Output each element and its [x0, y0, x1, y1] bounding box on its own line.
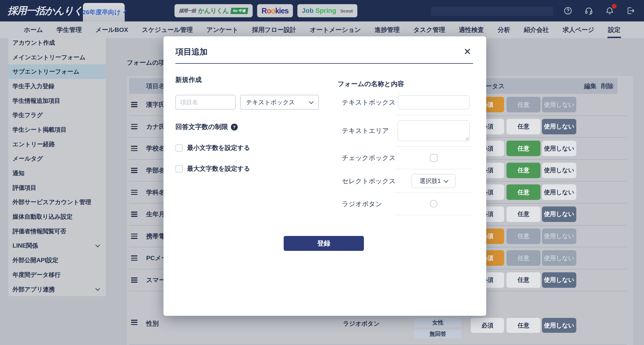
status-unused-button[interactable]: 使用しない	[542, 318, 576, 333]
logout-icon[interactable]	[626, 6, 635, 15]
jobspring-scout-button[interactable]: Job Spring Scout	[297, 4, 357, 17]
sidebar-item-label: 学生フラグ	[13, 111, 43, 119]
drag-handle-icon[interactable]	[131, 212, 138, 218]
row-item-name: 漢字氏	[146, 100, 165, 109]
drag-handle-icon[interactable]	[131, 255, 138, 262]
support-headset-icon[interactable]	[584, 6, 593, 15]
sidebar-item[interactable]: エントリー経路	[8, 137, 106, 152]
nav-item[interactable]: 設定	[608, 26, 620, 34]
sidebar-item[interactable]: 評価項目	[8, 181, 106, 195]
status-unused-button[interactable]: 使用しない	[542, 119, 576, 134]
nav-item[interactable]: 学生管理	[57, 26, 82, 34]
status-optional-button[interactable]: 任意	[506, 141, 540, 156]
sidebar-item[interactable]: 学生フラグ	[8, 108, 106, 122]
status-unused-button[interactable]: 使用しない	[542, 141, 576, 156]
status-optional-button[interactable]: 任意	[506, 318, 540, 333]
status-unused-button[interactable]: 使用しない	[542, 206, 576, 222]
row-item-name: 学部名	[146, 166, 165, 175]
nav-item[interactable]: 求人ページ	[563, 26, 594, 34]
sidebar-item[interactable]: 学生情報追加項目	[8, 94, 106, 108]
sidebar-item[interactable]: 学生シート掲載項目	[8, 122, 106, 137]
nav-item[interactable]: メールBOX	[95, 26, 128, 34]
status-optional-button[interactable]: 任意	[506, 163, 540, 178]
preview-select[interactable]: 選択肢1	[412, 174, 455, 188]
topbar-search-input[interactable]	[431, 7, 553, 16]
nav-item[interactable]: スケジュール管理	[142, 26, 192, 34]
sidebar-item[interactable]: 年度間データ移行	[8, 268, 106, 282]
new-section-title: 新規作成	[175, 75, 202, 84]
sidebar-list: アカウント作成メインエントリーフォームサブエントリーフォーム学生手入力登録学生情…	[8, 38, 106, 296]
sidebar-item[interactable]: 通知	[8, 166, 106, 181]
status-required-button[interactable]: 必須	[471, 318, 504, 333]
status-unused-button[interactable]: 使用しない	[542, 163, 576, 178]
sidebar-item-label: 媒体自動取り込み設定	[13, 213, 72, 221]
sidebar-item[interactable]: サブエントリーフォーム	[8, 64, 106, 79]
drag-handle-icon[interactable]	[131, 320, 138, 326]
preview-checkbox[interactable]	[430, 154, 438, 162]
sidebar-item[interactable]: 外部公開API設定	[8, 253, 106, 268]
sidebar-item[interactable]: LINE関係	[8, 239, 106, 253]
status-optional-button[interactable]: 任意	[506, 184, 540, 200]
status-optional-button[interactable]: 任意	[506, 229, 540, 244]
sidebar-item-label: アカウント作成	[13, 39, 55, 47]
drag-handle-icon[interactable]	[131, 168, 138, 174]
submit-button[interactable]: 登録	[284, 236, 364, 251]
sidebar-item[interactable]: 評価者情報閲覧可否	[8, 224, 106, 239]
preview-label: ラジオボタン	[342, 200, 382, 209]
status-optional-button[interactable]: 任意	[506, 119, 540, 134]
preview-textarea[interactable]	[398, 120, 470, 141]
choice-chip[interactable]: 女性	[415, 318, 461, 327]
drag-handle-icon[interactable]	[131, 146, 138, 152]
status-optional-button[interactable]: 任意	[506, 250, 540, 266]
sidebar-item[interactable]: メインエントリーフォーム	[8, 50, 106, 65]
sidebar-item-label: 外部公開API設定	[13, 256, 58, 264]
chevron-down-icon	[444, 178, 448, 183]
sidebar-item[interactable]: アカウント作成	[8, 38, 106, 50]
status-optional-button[interactable]: 任意	[506, 206, 540, 222]
preview-text-input[interactable]	[398, 95, 470, 109]
year-selector-tab[interactable]: 26年度卒向け	[83, 3, 125, 21]
preview-row-select: セレクトボックス 選択肢1	[163, 169, 486, 193]
nav-item[interactable]: アンケート	[206, 26, 238, 34]
nav-item[interactable]: ホーム	[24, 26, 43, 34]
status-optional-button[interactable]: 任意	[506, 97, 540, 112]
chevron-down-icon	[95, 243, 100, 248]
sidebar-item[interactable]: 学生手入力登録	[8, 79, 106, 94]
drag-handle-icon[interactable]	[131, 124, 138, 130]
drag-handle-icon[interactable]	[131, 102, 138, 108]
status-optional-button[interactable]: 任意	[506, 272, 540, 288]
drag-handle-icon[interactable]	[131, 234, 138, 240]
nav-item[interactable]: 分析	[498, 26, 510, 34]
jobspring-scout: Scout	[340, 8, 353, 13]
status-unused-button[interactable]: 使用しない	[542, 250, 576, 266]
status-unused-button[interactable]: 使用しない	[542, 97, 576, 112]
sidebar-item[interactable]: メールタグ	[8, 152, 106, 166]
status-unused-button[interactable]: 使用しない	[542, 272, 576, 288]
nav-item[interactable]: 進捗管理	[375, 26, 400, 34]
preview-row-checkbox: チェックボックス	[163, 147, 486, 169]
status-unused-button[interactable]: 使用しない	[542, 184, 576, 200]
sidebar-item[interactable]: 媒体自動取り込み設定	[8, 209, 106, 224]
row-item-name: スマー	[146, 276, 165, 284]
sidebar-item[interactable]: 外部サービスアカウント管理	[8, 195, 106, 210]
year-selector-label: 26年度卒向け	[82, 8, 121, 16]
nav-item[interactable]: オートメーション	[310, 26, 361, 34]
kanrikun-chuto-button[interactable]: 採用一括 かんりくん for 中途	[174, 4, 253, 17]
status-unused-button[interactable]: 使用しない	[542, 229, 576, 244]
drag-handle-icon[interactable]	[131, 190, 138, 196]
nav-item[interactable]: タスク管理	[413, 26, 445, 34]
topbar: 採用一括かんりくん for 新卒 26年度卒向け 採用一括 かんりくん for …	[0, 0, 644, 21]
rookies-button[interactable]: Rookies	[257, 4, 293, 17]
nav-item[interactable]: 採用フロー設計	[252, 26, 296, 34]
sidebar-item-label: 評価者情報閲覧可否	[13, 227, 66, 235]
choice-chip[interactable]: 無回答	[415, 330, 461, 338]
drag-handle-icon[interactable]	[131, 277, 138, 284]
notification-bell-icon[interactable]	[605, 6, 614, 15]
preview-radio[interactable]	[430, 200, 438, 208]
close-icon[interactable]: ✕	[464, 47, 471, 56]
sidebar-item[interactable]: 外部アプリ連携	[8, 282, 106, 296]
nav-item[interactable]: 紹介会社	[524, 26, 549, 34]
nav-item[interactable]: 適性検査	[459, 26, 484, 34]
help-icon[interactable]	[563, 6, 572, 15]
row-item-name: 学科名	[146, 188, 165, 197]
